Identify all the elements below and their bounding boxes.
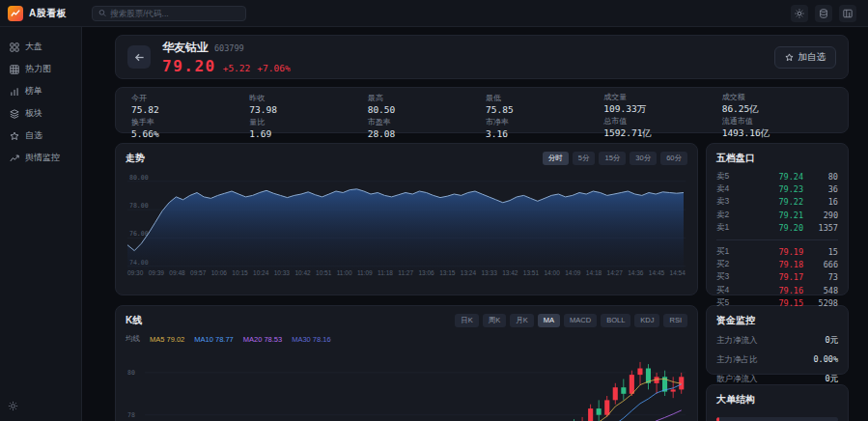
stat-value: 1493.16亿	[722, 127, 832, 140]
stat-cell: 最高 80.50	[368, 92, 478, 116]
sidebar-item-sentiment[interactable]: 舆情监控	[0, 148, 81, 168]
ob-price: 79.18	[738, 260, 803, 269]
kline-tab[interactable]: MACD	[564, 314, 597, 327]
kline-tab[interactable]: 月K	[510, 314, 534, 327]
order-book-row: 买4 79.16 548	[716, 284, 838, 296]
ob-volume: 290	[803, 210, 838, 220]
fund-rows: 主力净流入 0元 主力净占比 0.00% 散户净流入 0元	[716, 335, 838, 385]
stat-cell: 今开 75.82	[131, 92, 241, 116]
ob-level-label: 买2	[716, 259, 738, 270]
candlestick-chart[interactable]: 80787674	[126, 348, 687, 421]
x-axis-tick: 10:15	[232, 269, 247, 276]
add-watchlist-button[interactable]: 加自选	[774, 46, 837, 69]
ob-price: 79.21	[738, 210, 803, 220]
search-icon	[98, 9, 106, 17]
stat-cell: 量比 1.69	[249, 116, 359, 140]
data-source-button[interactable]	[815, 5, 832, 22]
stat-cell: 成交额 86.25亿	[722, 92, 832, 116]
stats-card: 今开 75.82 昨收 73.98 最高 80.50 最低 75.85 成交量 …	[115, 87, 849, 133]
ma-legend-item: MA30 78.16	[292, 335, 330, 344]
fund-row-value: 0元	[825, 335, 838, 347]
kline-tab[interactable]: KDJ	[634, 314, 659, 327]
period-tab[interactable]: 60分	[660, 152, 687, 165]
sidebar-item-sectors[interactable]: 板块	[0, 103, 81, 124]
theme-toggle-button[interactable]	[791, 5, 808, 22]
stat-label: 最高	[368, 93, 478, 103]
main-content: 华友钴业 603799 79.20 +5.22 +7.06% 加自选 今开 75…	[82, 27, 868, 421]
stat-label: 最低	[486, 93, 596, 103]
fund-row-label: 主力净流入	[716, 335, 758, 347]
x-axis-tick: 13:33	[481, 269, 496, 276]
x-axis-tick: 10:42	[294, 269, 310, 276]
period-tab[interactable]: 30分	[630, 152, 657, 165]
x-axis-tick: 10:51	[316, 269, 331, 276]
sidebar-settings-button[interactable]	[8, 398, 18, 415]
x-axis-tick: 10:06	[211, 269, 227, 276]
kline-tab[interactable]: MA	[538, 314, 560, 327]
period-tab[interactable]: 5分	[573, 152, 596, 165]
stat-value: 80.50	[368, 104, 478, 115]
stat-value: 75.82	[131, 104, 241, 115]
fund-row-label: 主力净占比	[716, 354, 758, 366]
stat-cell: 市盈率 28.08	[368, 116, 478, 140]
ob-price: 79.15	[738, 298, 803, 308]
search-input[interactable]	[110, 9, 239, 18]
x-axis-tick: 11:09	[357, 269, 373, 276]
stat-label: 换手率	[131, 117, 241, 127]
kline-tab[interactable]: RSI	[663, 314, 687, 327]
fund-row-label: 散户净流入	[716, 374, 758, 385]
stat-value: 86.25亿	[722, 103, 832, 116]
kline-tab[interactable]: BOLL	[601, 314, 630, 327]
trend-period-tabs: 分时5分15分30分60分	[543, 152, 687, 165]
period-tab[interactable]: 分时	[543, 152, 569, 165]
sidebar-item-market[interactable]: 大盘	[0, 37, 81, 57]
ob-volume: 15	[803, 247, 838, 257]
ob-volume: 36	[803, 184, 838, 194]
database-icon	[819, 9, 828, 18]
ob-price: 79.20	[738, 223, 803, 233]
panel-icon	[843, 9, 853, 18]
ob-price: 79.17	[738, 272, 803, 282]
stock-price: 79.20	[162, 57, 216, 75]
stock-change-pct: +7.06%	[257, 63, 290, 73]
ob-level-label: 买5	[716, 297, 738, 309]
order-structure-bar-fill	[716, 417, 719, 421]
search-box[interactable]	[92, 6, 246, 21]
order-book-row: 买1 79.19 15	[716, 245, 838, 258]
order-book-row: 买3 79.17 73	[716, 271, 838, 284]
ob-price: 79.24	[738, 172, 803, 182]
svg-text:80: 80	[127, 369, 135, 377]
back-button[interactable]	[127, 45, 151, 69]
star-icon	[785, 53, 794, 62]
sidebar-item-label: 大盘	[25, 41, 42, 53]
stock-header-card: 华友钴业 603799 79.20 +5.22 +7.06% 加自选	[115, 35, 849, 79]
stat-value: 28.08	[368, 128, 478, 139]
intraday-area-chart[interactable]: 80.0078.0076.0074.00	[126, 167, 687, 279]
fund-row-value: 0元	[825, 374, 838, 385]
order-structure-bar	[716, 417, 838, 421]
ask-rows: 卖5 79.24 80 卖4 79.23 36 卖3 79.22 16	[716, 170, 838, 235]
ob-volume: 73	[803, 272, 838, 282]
period-tab[interactable]: 15分	[599, 152, 626, 165]
ob-level-label: 卖5	[716, 171, 738, 182]
ob-volume: 16	[803, 197, 838, 207]
sidebar-item-ranking[interactable]: 榜单	[0, 81, 81, 101]
kline-tab[interactable]: 日K	[455, 314, 479, 327]
ob-level-label: 买4	[716, 285, 738, 296]
ob-price: 79.16	[738, 286, 803, 295]
layout-button[interactable]	[839, 5, 856, 22]
x-axis-tick: 14:36	[628, 269, 643, 276]
order-book-row: 卖5 79.24 80	[716, 170, 838, 182]
sun-icon	[795, 9, 804, 18]
sidebar-item-watchlist[interactable]: 自选	[0, 126, 81, 146]
x-axis-tick: 09:39	[149, 269, 164, 276]
order-book-row: 买2 79.18 666	[716, 258, 838, 270]
stat-label: 流通市值	[722, 116, 832, 126]
stock-info: 华友钴业 603799 79.20 +5.22 +7.06%	[162, 40, 291, 75]
stat-value: 5.66%	[131, 128, 241, 139]
fund-monitor-title: 资金监控	[716, 314, 838, 327]
kline-tab[interactable]: 周K	[483, 314, 507, 327]
x-axis-tick: 09:57	[190, 269, 206, 276]
x-axis-tick: 13:24	[461, 269, 476, 276]
sidebar-item-heatmap[interactable]: 热力图	[0, 59, 81, 79]
